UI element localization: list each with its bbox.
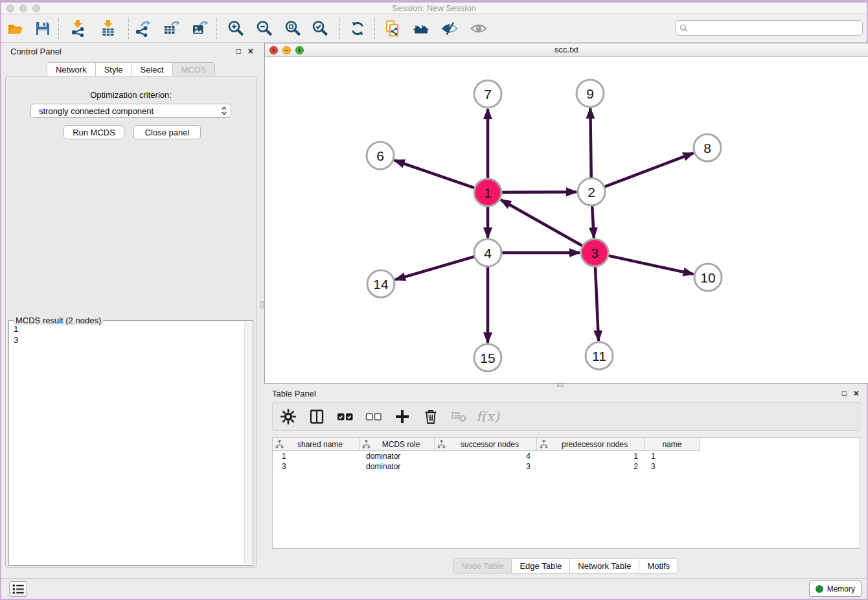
- graph-node-label-4: 4: [484, 246, 492, 260]
- import-table-icon[interactable]: [97, 17, 120, 40]
- zoom-out-icon[interactable]: [253, 17, 276, 40]
- task-history-button[interactable]: [9, 581, 27, 597]
- tab-edge-table[interactable]: Edge Table: [511, 559, 569, 573]
- memory-button[interactable]: Memory: [809, 581, 862, 597]
- zoom-fit-icon[interactable]: [281, 17, 304, 40]
- graph-edge-3-1[interactable]: [501, 200, 582, 246]
- deselect-all-icon[interactable]: [365, 408, 383, 426]
- graph-edge-4-14[interactable]: [395, 257, 474, 279]
- network-frame-titlebar: × − + scc.txt: [265, 43, 868, 57]
- save-session-icon[interactable]: [31, 17, 54, 40]
- tab-style[interactable]: Style: [95, 63, 131, 76]
- tab-network[interactable]: Network: [47, 63, 95, 76]
- graph-edge-1-6[interactable]: [394, 160, 474, 187]
- toolbar-separator: [58, 17, 59, 39]
- control-panel-tabs: NetworkStyleSelectMCDS: [47, 62, 215, 77]
- graph-node-label-7: 7: [484, 87, 492, 102]
- close-table-panel-icon[interactable]: ×: [854, 389, 859, 398]
- home-houses-icon[interactable]: [409, 17, 433, 40]
- tree-icon: [437, 440, 446, 448]
- mcds-result-text[interactable]: 1 3: [14, 323, 242, 562]
- tab-motifs[interactable]: Motifs: [639, 559, 678, 573]
- tab-node-table[interactable]: Node Table: [453, 559, 512, 573]
- table-panel-title: Table Panel: [272, 389, 316, 398]
- mcds-result-box: MCDS result (2 nodes) 1 3: [8, 320, 253, 566]
- graph-node-label-3: 3: [591, 246, 599, 260]
- tab-select[interactable]: Select: [131, 63, 172, 76]
- float-panel-icon[interactable]: □: [236, 47, 241, 56]
- graph-node-label-14: 14: [373, 277, 389, 292]
- column-header-mcds-role[interactable]: MCDS role: [360, 438, 435, 450]
- column-header-successor-nodes[interactable]: successor nodes: [435, 438, 537, 450]
- toolbar-separator: [339, 17, 340, 39]
- status-bar: Memory: [1, 578, 867, 599]
- table-settings-gear-icon[interactable]: [279, 408, 297, 426]
- table-row[interactable]: 1dominator411: [273, 451, 860, 461]
- memory-label: Memory: [827, 584, 855, 594]
- search-input[interactable]: [691, 23, 858, 33]
- table-cell: dominator: [360, 452, 435, 461]
- function-builder-icon: f(x): [479, 408, 497, 426]
- float-table-panel-icon[interactable]: □: [842, 389, 847, 398]
- table-body: 1dominator4113dominator323: [273, 451, 860, 472]
- open-file-icon[interactable]: [4, 17, 27, 40]
- show-hide-eye-icon[interactable]: [467, 17, 490, 40]
- table-cell: 1: [537, 452, 645, 461]
- table-cell: 3: [435, 462, 537, 471]
- table-panel-tabs: Node TableEdge TableNetwork TableMotifs: [453, 559, 678, 573]
- table-cell: 2: [537, 462, 645, 471]
- graph-node-label-11: 11: [592, 349, 606, 363]
- close-panel-button[interactable]: Close panel: [133, 125, 201, 139]
- graph-edge-2-9[interactable]: [590, 108, 591, 178]
- network-canvas[interactable]: 1234678910111415: [265, 57, 868, 383]
- table-cell: dominator: [360, 462, 435, 471]
- table-row[interactable]: 3dominator323: [273, 461, 860, 472]
- network-view-frame: × − + scc.txt 1234678910111415: [264, 43, 868, 384]
- close-panel-icon[interactable]: ×: [248, 47, 253, 56]
- export-image-icon[interactable]: [188, 17, 211, 40]
- search-box[interactable]: [675, 20, 863, 36]
- graph-edge-2-3[interactable]: [592, 206, 594, 238]
- run-mcds-button[interactable]: Run MCDS: [63, 125, 124, 139]
- clone-network-icon[interactable]: [381, 17, 404, 40]
- tab-mcds[interactable]: MCDS: [172, 63, 214, 76]
- result-scrollbar[interactable]: [244, 321, 252, 564]
- graph-edge-2-8[interactable]: [605, 153, 694, 187]
- tree-icon: [275, 440, 284, 448]
- table-cell: 1: [645, 452, 700, 461]
- column-header-predecessor-nodes[interactable]: predecessor nodes: [537, 438, 645, 450]
- graph-node-label-2: 2: [588, 185, 595, 200]
- select-all-icon[interactable]: [336, 408, 354, 426]
- criterion-dropdown[interactable]: strongly connected component: [30, 104, 231, 118]
- table-cell: 3: [645, 462, 700, 471]
- table-cell: 4: [435, 452, 537, 461]
- vertical-splitter-handle[interactable]: [260, 301, 264, 308]
- graph-node-label-15: 15: [480, 351, 495, 365]
- tab-network-table[interactable]: Network Table: [569, 559, 639, 573]
- toolbar-separator: [216, 17, 217, 39]
- control-panel-title: Control Panel: [10, 47, 62, 56]
- node-table: shared name MCDS role successor nodes pr…: [272, 437, 860, 549]
- graph-edge-1-2[interactable]: [502, 192, 577, 192]
- tree-icon: [362, 440, 371, 448]
- table-header-row: shared name MCDS role successor nodes pr…: [273, 438, 700, 451]
- import-network-icon[interactable]: [66, 17, 89, 40]
- zoom-in-icon[interactable]: [224, 17, 247, 40]
- column-header-shared-name[interactable]: shared name: [273, 438, 360, 450]
- window-titlebar: Session: New Session: [1, 0, 867, 14]
- show-column-panel-icon[interactable]: [308, 408, 326, 426]
- column-header-name[interactable]: name: [645, 438, 700, 450]
- zoom-selected-icon[interactable]: [308, 17, 332, 40]
- export-network-icon[interactable]: [131, 17, 154, 40]
- graph-node-label-9: 9: [586, 86, 594, 101]
- toggle-graphics-details-icon[interactable]: [438, 17, 461, 40]
- delete-column-trash-icon[interactable]: [422, 408, 440, 426]
- graph-node-label-10: 10: [700, 270, 715, 285]
- export-table-icon[interactable]: [159, 17, 183, 40]
- add-column-plus-icon[interactable]: [393, 408, 411, 426]
- window-title: Session: New Session: [1, 3, 867, 13]
- refresh-icon[interactable]: [346, 17, 369, 40]
- graph-edge-3-10[interactable]: [608, 256, 693, 274]
- main-toolbar: [1, 14, 867, 43]
- graph-edge-3-11[interactable]: [595, 267, 599, 341]
